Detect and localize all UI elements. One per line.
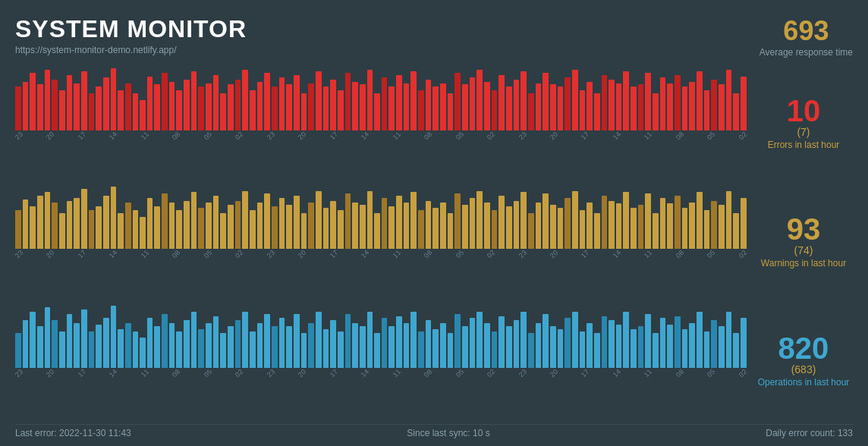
bar (470, 198, 476, 249)
bar (426, 80, 432, 130)
bar (616, 203, 622, 249)
bar (506, 326, 512, 368)
bar (682, 208, 688, 249)
time-label: 05 (454, 130, 464, 141)
bar (213, 196, 219, 249)
time-label: 17 (329, 130, 339, 141)
bar (741, 77, 747, 130)
bar (667, 203, 673, 249)
bar (514, 320, 520, 368)
time-label: 23 (517, 368, 527, 378)
bar (638, 326, 644, 368)
bar (484, 203, 490, 249)
bar (410, 192, 417, 249)
bar (191, 71, 197, 130)
bar (470, 77, 476, 130)
time-label: 20 (45, 368, 55, 378)
main-container: SYSTEM MONITOR https://system-monitor-de… (0, 0, 868, 446)
bar (279, 77, 285, 130)
bar (37, 84, 43, 130)
bar (367, 191, 373, 249)
bar (623, 71, 629, 130)
time-label: 23 (266, 368, 276, 378)
bar (536, 323, 542, 368)
bar (176, 210, 182, 249)
bar (689, 203, 695, 249)
time-label: 17 (329, 368, 339, 378)
stats-column: 10 (7) Errors in last hour 93 (74) Warni… (747, 64, 853, 419)
bar (404, 83, 410, 130)
bar (396, 316, 402, 368)
bar (206, 323, 212, 368)
bar (140, 100, 146, 130)
bar (382, 77, 388, 130)
bar (250, 90, 256, 130)
bar (23, 199, 29, 249)
operations-sub: (683) (758, 363, 850, 375)
time-label: 17 (77, 368, 87, 378)
bar (220, 213, 226, 249)
time-label: 23 (14, 368, 24, 378)
bar (711, 320, 717, 368)
bar (67, 201, 73, 249)
bar (272, 86, 278, 130)
bar (418, 331, 424, 368)
bar (147, 198, 153, 249)
bar (726, 191, 732, 249)
bar (580, 90, 586, 130)
bar (213, 75, 219, 130)
time-label: 14 (108, 249, 118, 259)
time-label: 14 (108, 130, 118, 141)
bar (594, 93, 600, 130)
bar (316, 191, 322, 249)
bar (154, 326, 160, 368)
bar (133, 331, 139, 368)
bar (733, 93, 739, 130)
bar (133, 93, 139, 130)
time-label: 11 (643, 130, 653, 141)
header-left: SYSTEM MONITOR https://system-monitor-de… (15, 15, 247, 55)
bar (89, 210, 95, 249)
bar (96, 86, 102, 130)
bar (565, 77, 571, 130)
bar (279, 198, 285, 249)
time-label: 14 (612, 368, 622, 378)
bar (169, 323, 175, 368)
bar (374, 213, 380, 249)
time-label: 17 (77, 249, 87, 259)
time-label: 05 (203, 249, 213, 259)
bar (653, 213, 659, 249)
bar (404, 323, 410, 368)
bar (74, 198, 80, 249)
time-label: 08 (171, 368, 181, 378)
bar (89, 331, 95, 368)
time-label: 05 (706, 249, 716, 259)
bar (689, 323, 695, 368)
errors-sub: (7) (768, 126, 840, 138)
bar (242, 191, 248, 249)
bar (432, 329, 439, 368)
bar (580, 331, 586, 368)
bar (125, 203, 131, 249)
bar (140, 217, 146, 249)
bar (675, 75, 681, 130)
time-label: 02 (486, 249, 496, 259)
bar (587, 323, 593, 368)
operations-main: 820 (758, 333, 850, 363)
bar (308, 203, 314, 249)
bar (719, 205, 725, 249)
time-label: 23 (14, 130, 24, 141)
bar (426, 201, 432, 249)
bar (719, 326, 725, 368)
operations-label: Operations in last hour (758, 377, 850, 388)
bar (206, 203, 212, 249)
bar (235, 201, 241, 249)
errors-label: Errors in last hour (768, 140, 840, 150)
bar (52, 203, 58, 249)
header: SYSTEM MONITOR https://system-monitor-de… (15, 15, 853, 58)
bar (220, 333, 226, 368)
bar (118, 90, 124, 130)
warnings-sub: (74) (761, 244, 846, 256)
time-label: 08 (675, 368, 685, 378)
bar (176, 90, 182, 130)
